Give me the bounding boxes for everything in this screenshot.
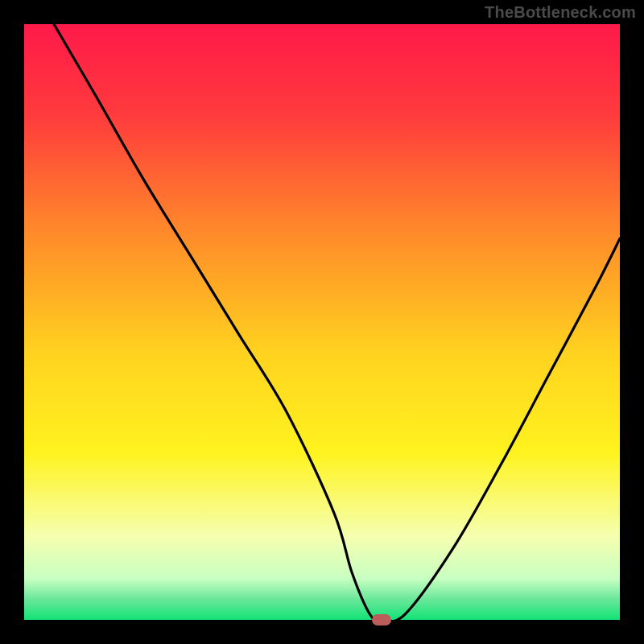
bottleneck-chart xyxy=(0,0,644,644)
watermark-text: TheBottleneck.com xyxy=(485,3,636,22)
chart-frame: TheBottleneck.com xyxy=(0,0,644,644)
chart-gradient-bg xyxy=(24,24,620,620)
optimal-point-marker xyxy=(372,614,391,625)
